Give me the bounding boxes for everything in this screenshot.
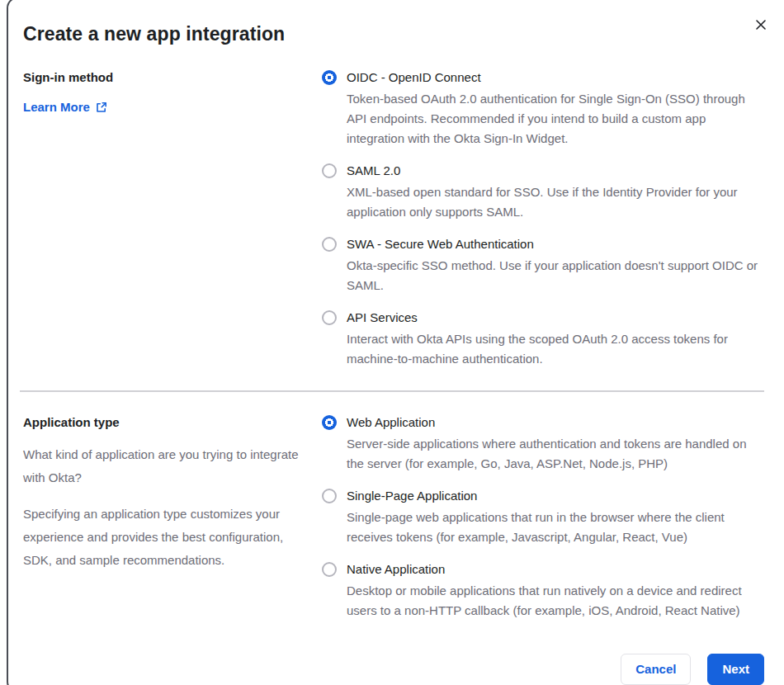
application-type-options: Web Application Server-side applications… (322, 415, 764, 621)
radio-option-label: SAML 2.0 (347, 163, 400, 178)
radio-option-label: Native Application (347, 562, 445, 577)
next-button[interactable]: Next (707, 654, 764, 685)
external-link-icon (96, 102, 107, 113)
radio-icon[interactable] (322, 489, 337, 503)
radio-icon[interactable] (322, 163, 337, 178)
application-type-helper-2: Specifying an application type customize… (23, 503, 304, 572)
application-type-label: Application type (23, 415, 304, 430)
modal-footer: Cancel Next (23, 654, 764, 685)
radio-option-description: Okta-specific SSO method. Use if your ap… (347, 256, 764, 295)
signin-method-label: Sign-in method (23, 70, 304, 85)
signin-method-section: Sign-in method Learn More (23, 70, 764, 369)
section-divider (20, 390, 764, 392)
radio-option-description: Desktop or mobile applications that run … (347, 581, 764, 621)
radio-option-description: Server-side applications where authentic… (347, 434, 764, 474)
radio-option-api-services[interactable]: API Services Interact with Okta APIs usi… (322, 310, 764, 369)
radio-option-description: Token-based OAuth 2.0 authentication for… (347, 89, 764, 149)
radio-option-oidc[interactable]: OIDC - OpenID Connect Token-based OAuth … (322, 70, 764, 149)
radio-icon[interactable] (322, 415, 337, 430)
application-type-helper-1: What kind of application are you trying … (23, 443, 304, 489)
radio-option-label: Single-Page Application (347, 489, 477, 503)
radio-option-description: Single-page web applications that run in… (347, 508, 764, 547)
application-type-section: Application type What kind of applicatio… (23, 415, 764, 621)
page-title: Create a new app integration (23, 23, 764, 45)
radio-option-native-application[interactable]: Native Application Desktop or mobile app… (322, 562, 764, 621)
radio-icon[interactable] (322, 70, 337, 85)
radio-option-label: API Services (347, 310, 418, 325)
radio-option-web-application[interactable]: Web Application Server-side applications… (322, 415, 764, 474)
radio-option-single-page-application[interactable]: Single-Page Application Single-page web … (322, 489, 764, 547)
radio-icon[interactable] (322, 237, 337, 252)
create-app-integration-modal: Create a new app integration Sign-in met… (7, 0, 784, 685)
radio-option-swa[interactable]: SWA - Secure Web Authentication Okta-spe… (322, 237, 764, 295)
cancel-button[interactable]: Cancel (621, 654, 691, 685)
radio-option-description: Interact with Okta APIs using the scoped… (347, 329, 764, 369)
radio-option-label: SWA - Secure Web Authentication (347, 237, 534, 252)
radio-option-label: Web Application (347, 415, 435, 430)
radio-icon[interactable] (322, 562, 337, 577)
radio-option-description: XML-based open standard for SSO. Use if … (347, 182, 764, 222)
radio-option-label: OIDC - OpenID Connect (347, 70, 481, 85)
learn-more-label: Learn More (23, 100, 90, 114)
signin-method-options: OIDC - OpenID Connect Token-based OAuth … (322, 70, 764, 369)
learn-more-link[interactable]: Learn More (23, 100, 107, 114)
radio-icon[interactable] (322, 310, 337, 325)
radio-option-saml[interactable]: SAML 2.0 XML-based open standard for SSO… (322, 163, 764, 222)
